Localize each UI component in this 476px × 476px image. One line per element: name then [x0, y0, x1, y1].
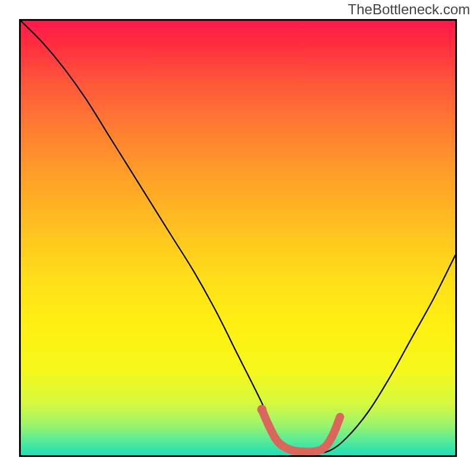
optimal-band-curve: [262, 409, 340, 452]
primary-curve: [21, 21, 455, 453]
watermark-text: TheBottleneck.com: [348, 1, 470, 18]
optimal-band-start-dot: [257, 405, 267, 414]
plot-area: [19, 19, 457, 457]
chart-overlay: [21, 21, 455, 455]
bottleneck-chart: TheBottleneck.com: [0, 0, 476, 476]
